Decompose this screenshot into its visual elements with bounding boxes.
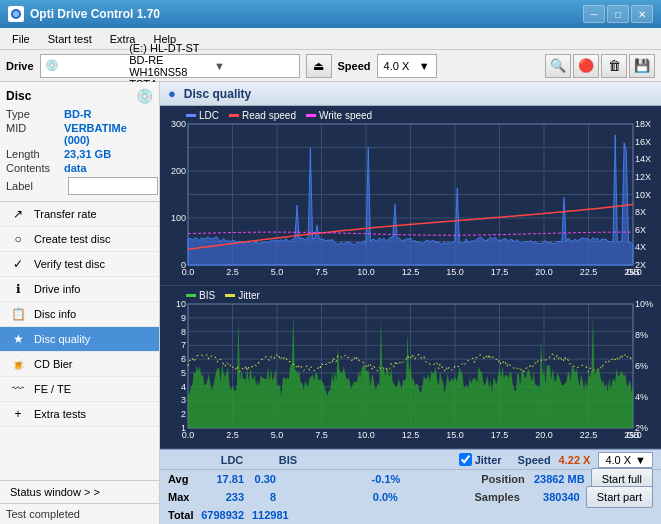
chart1-wrapper: LDC Read speed Write speed [160, 106, 661, 286]
status-window-button[interactable]: Status window > > [0, 480, 159, 503]
chart2-wrapper: BIS Jitter [160, 286, 661, 449]
drivebar: Drive 💿 (E:) HL-DT-ST BD-RE WH16NS58 TST… [0, 50, 661, 82]
transfer-rate-icon: ↗ [10, 207, 26, 221]
speed-select-stats[interactable]: 4.0 X ▼ [598, 452, 653, 468]
titlebar: Opti Drive Control 1.70 ─ □ ✕ [0, 0, 661, 28]
titlebar-left: Opti Drive Control 1.70 [8, 6, 160, 22]
transfer-rate-label: Transfer rate [34, 208, 97, 220]
toolbar-burn-button[interactable]: 🔴 [573, 54, 599, 78]
drive-select-arrow: ▼ [214, 60, 295, 72]
disc-quality-icon: ★ [10, 332, 26, 346]
chart1-canvas [160, 106, 661, 285]
position-label: Position [465, 473, 525, 485]
create-test-disc-label: Create test disc [34, 233, 110, 245]
max-ldc: 233 [196, 491, 252, 503]
disc-panel: Disc 💿 Type BD-R MID VERBATIMe (000) Len… [0, 82, 159, 202]
speed-select-stats-value: 4.0 X [605, 454, 631, 466]
position-value: 23862 MB [525, 473, 585, 485]
eject-button[interactable]: ⏏ [306, 54, 332, 78]
toolbar-scan-button[interactable]: 🔍 [545, 54, 571, 78]
samples-value: 380340 [520, 491, 580, 503]
mid-value: VERBATIMe (000) [64, 122, 153, 146]
stats-max-row: Max 233 8 0.0% Samples 380340 Start part [160, 488, 661, 506]
avg-label: Avg [168, 473, 196, 485]
jitter-label: Jitter [475, 454, 502, 466]
label-input[interactable] [68, 177, 158, 195]
sidebar-item-cd-bier[interactable]: 🍺 CD Bier [0, 352, 159, 377]
sidebar-item-drive-info[interactable]: ℹ Drive info [0, 277, 159, 302]
avg-ldc: 17.81 [196, 473, 252, 485]
type-label: Type [6, 108, 64, 120]
label-label: Label [6, 180, 64, 192]
titlebar-controls: ─ □ ✕ [583, 5, 653, 23]
avg-jitter: -0.1% [348, 473, 408, 485]
max-bis: 8 [252, 491, 292, 503]
disc-quality-title: Disc quality [184, 87, 251, 101]
drive-select[interactable]: 💿 (E:) HL-DT-ST BD-RE WH16NS58 TST4 ▼ [40, 54, 300, 78]
speed-value: 4.0 X [384, 60, 410, 72]
drive-select-icon: 💿 [45, 59, 126, 72]
contents-value: data [64, 162, 87, 174]
create-test-disc-icon: ○ [10, 232, 26, 246]
verify-test-disc-icon: ✓ [10, 257, 26, 271]
samples-label: Samples [460, 491, 520, 503]
main-layout: Disc 💿 Type BD-R MID VERBATIMe (000) Len… [0, 82, 661, 524]
sidebar-item-extra-tests[interactable]: + Extra tests [0, 402, 159, 427]
speed-label: Speed [338, 60, 371, 72]
extra-tests-label: Extra tests [34, 408, 86, 420]
content-area: ● Disc quality LDC Read speed [160, 82, 661, 524]
sidebar-item-transfer-rate[interactable]: ↗ Transfer rate [0, 202, 159, 227]
drive-label: Drive [6, 60, 34, 72]
verify-test-disc-label: Verify test disc [34, 258, 105, 270]
jitter-checkbox[interactable] [459, 453, 472, 466]
max-label: Max [168, 491, 196, 503]
drive-info-icon: ℹ [10, 282, 26, 296]
total-bis: 112981 [252, 509, 305, 521]
start-part-button[interactable]: Start part [586, 486, 653, 508]
stats-bis-header: BIS [268, 454, 308, 466]
stats-ldc-header: LDC [204, 454, 260, 466]
contents-label: Contents [6, 162, 64, 174]
toolbar-save-button[interactable]: 💾 [629, 54, 655, 78]
disc-info-label: Disc info [34, 308, 76, 320]
disc-quality-label: Disc quality [34, 333, 90, 345]
speed-select-stats-arrow: ▼ [635, 454, 646, 466]
menu-file[interactable]: File [4, 31, 38, 47]
disc-panel-title: Disc [6, 89, 31, 103]
charts-container: LDC Read speed Write speed [160, 106, 661, 449]
svg-point-1 [13, 11, 19, 17]
menu-start-test[interactable]: Start test [40, 31, 100, 47]
sidebar-item-disc-quality[interactable]: ★ Disc quality [0, 327, 159, 352]
stats-action-area: LDC BIS Jitter Speed 4.22 X 4.0 X ▼ Avg … [160, 449, 661, 524]
toolbar-erase-button[interactable]: 🗑 [601, 54, 627, 78]
maximize-button[interactable]: □ [607, 5, 629, 23]
speed-arrow: ▼ [419, 60, 430, 72]
stats-header-row: LDC BIS Jitter Speed 4.22 X 4.0 X ▼ [160, 450, 661, 470]
sidebar-item-create-test-disc[interactable]: ○ Create test disc [0, 227, 159, 252]
stats-avg-row: Avg 17.81 0.30 -0.1% Position 23862 MB S… [160, 470, 661, 488]
total-ldc: 6798932 [196, 509, 252, 521]
disc-info-icon: 📋 [10, 307, 26, 321]
extra-tests-icon: + [10, 407, 26, 421]
length-value: 23,31 GB [64, 148, 111, 160]
total-label: Total [168, 509, 196, 521]
jitter-checkbox-group: Jitter [459, 453, 502, 466]
stats-speed-value: 4.22 X [559, 454, 591, 466]
speed-select[interactable]: 4.0 X ▼ [377, 54, 437, 78]
stats-total-row: Total 6798932 112981 [160, 506, 661, 524]
max-jitter: 0.0% [346, 491, 406, 503]
length-label: Length [6, 148, 64, 160]
stats-speed-header: Speed [518, 454, 551, 466]
cd-bier-label: CD Bier [34, 358, 73, 370]
sidebar-status-text: Test completed [6, 508, 80, 520]
disc-eject-icon[interactable]: 💿 [136, 88, 153, 104]
toolbar-icons: 🔍 🔴 🗑 💾 [545, 54, 655, 78]
minimize-button[interactable]: ─ [583, 5, 605, 23]
close-button[interactable]: ✕ [631, 5, 653, 23]
type-value: BD-R [64, 108, 92, 120]
sidebar-item-verify-test-disc[interactable]: ✓ Verify test disc [0, 252, 159, 277]
status-window-label: Status window > > [10, 486, 100, 498]
sidebar-item-fe-te[interactable]: 〰 FE / TE [0, 377, 159, 402]
sidebar-item-disc-info[interactable]: 📋 Disc info [0, 302, 159, 327]
chart2-canvas [160, 286, 661, 448]
